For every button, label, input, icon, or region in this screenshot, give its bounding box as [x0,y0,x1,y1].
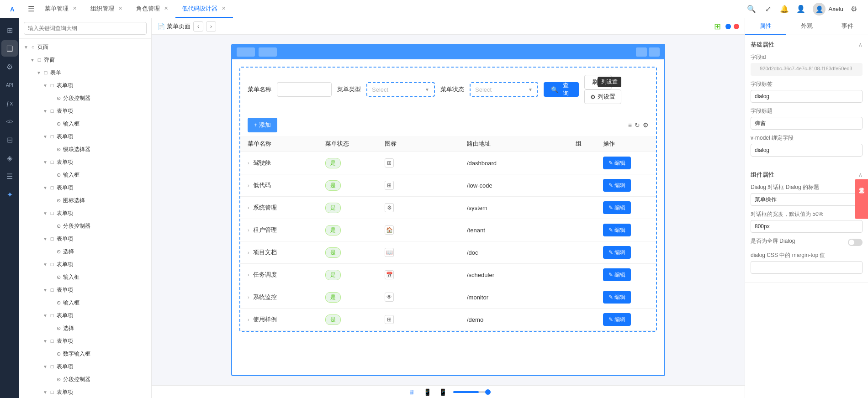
settings-icon[interactable]: ⚙ [851,5,857,13]
row-expand-icon[interactable]: › [248,317,249,322]
edit-button[interactable]: ✎ 编辑 [603,291,631,304]
canvas-nav-next[interactable]: › [206,21,216,31]
menu-name-input[interactable] [277,82,332,97]
row-expand-icon[interactable]: › [248,160,249,166]
search-icon[interactable]: 🔍 [747,5,756,14]
section-collapse-icon[interactable]: ∧ [858,42,863,48]
tree-node-formitem-9[interactable]: ▼ □ 表单项 ⋯ [19,283,151,296]
tree-node-form[interactable]: ▼ □ 表单 ⋯ [19,66,151,79]
sidebar-code-icon[interactable]: </> [1,113,18,130]
sidebar-data-icon[interactable]: ⊟ [1,131,18,148]
tablet-view-btn[interactable]: 📱 [422,387,432,397]
feedback-button[interactable]: 意见反馈 [855,179,868,219]
tree-node-formitem-11[interactable]: ▼ □ 表单项 ⋯ [19,335,151,347]
tree-node-number-input[interactable]: ⊙ 数字输入框 ⋯ [19,347,151,360]
notification-icon[interactable]: 🔔 [780,5,789,14]
tree-node-select-2[interactable]: ⊙ 选择 ⋯ [19,322,151,335]
tree-node-formitem-10[interactable]: ▼ □ 表单项 ⋯ [19,309,151,322]
tree-node-formitem-4[interactable]: ▼ □ 表单项 ⋯ [19,156,151,168]
tree-node-formitem-8[interactable]: ▼ □ 表单项 ⋯ [19,258,151,271]
add-button[interactable]: + 添加 [248,118,277,132]
tree-node-input-2[interactable]: ⊙ 输入框 ⋯ [19,168,151,181]
edit-button[interactable]: ✎ 编辑 [603,313,631,326]
tree-node-cascade[interactable]: ⊙ 级联选择器 ⋯ [19,143,151,156]
tree-node-input-1[interactable]: ⊙ 输入框 ⋯ [19,117,151,130]
tree-node-formitem-1[interactable]: ▼ □ 表单项 ⋯ [19,79,151,92]
tree-node-segment-3[interactable]: ⊙ 分段控制器 ⋯ [19,373,151,386]
tab-appearance[interactable]: 外观 [786,18,827,35]
user-settings-icon[interactable]: 👤 [796,5,805,14]
sidebar-ai-icon[interactable]: ✦ [1,186,18,203]
sidebar-component-icon[interactable]: ❑ [1,40,18,57]
field-label-input[interactable] [751,90,863,103]
table-refresh-icon[interactable]: ↻ [635,121,640,129]
section-collapse-icon[interactable]: ∧ [858,172,863,178]
field-title-input[interactable] [751,117,863,130]
menu-type-select[interactable]: Select ▼ [366,82,435,97]
tab-lowcode-designer[interactable]: 低代码设计器 ✕ [175,0,233,18]
sidebar-function-icon[interactable]: ƒx [1,95,18,111]
row-expand-icon[interactable]: › [248,183,249,188]
tab-org-management[interactable]: 组织管理 ✕ [84,0,130,18]
tree-node-formitem-7[interactable]: ▼ □ 表单项 ⋯ [19,232,151,245]
tab-close-role[interactable]: ✕ [163,5,169,12]
tree-node-formitem-6[interactable]: ▼ □ 表单项 ⋯ [19,207,151,220]
list-settings-button[interactable]: ⚙ 列设置 [584,89,621,104]
vmodel-input[interactable] [751,144,863,157]
row-expand-icon[interactable]: › [248,205,249,210]
user-area[interactable]: 👤 Axelu [813,3,843,16]
sidebar-plugin-icon[interactable]: ◈ [1,150,18,166]
tab-close-lowcode[interactable]: ✕ [220,5,227,12]
canvas-close-dot[interactable] [734,24,739,29]
expand-icon[interactable]: ⤢ [763,5,773,14]
dialog-title-input[interactable] [751,193,863,206]
zoom-slider-thumb[interactable] [485,389,491,395]
edit-button[interactable]: ✎ 编辑 [603,246,631,259]
tree-node-formitem-5[interactable]: ▼ □ 表单项 ⋯ [19,181,151,194]
tree-node-input-4[interactable]: ⊙ 输入框 ⋯ [19,296,151,309]
row-expand-icon[interactable]: › [248,227,249,233]
canvas-nav-prev[interactable]: ‹ [193,21,203,31]
tree-node-icon-select[interactable]: ⊙ 图标选择 ⋯ [19,194,151,207]
menu-status-select[interactable]: Select ▼ [470,82,538,97]
desktop-view-btn[interactable]: 🖥 [407,387,417,397]
edit-button[interactable]: ✎ 编辑 [603,201,631,214]
dialog-width-input[interactable] [751,220,863,233]
tab-close-menu[interactable]: ✕ [71,5,78,12]
row-expand-icon[interactable]: › [248,272,249,278]
tab-menu-management[interactable]: 菜单管理 ✕ [38,0,84,18]
tab-close-org[interactable]: ✕ [117,5,123,12]
tree-node-formitem-3[interactable]: ▼ □ 表单项 ⋯ [19,130,151,143]
tree-node-input-3[interactable]: ⊙ 输入框 ⋯ [19,271,151,283]
tree-node-segment-1[interactable]: ⊙ 分段控制器 ⋯ [19,92,151,105]
mobile-view-btn[interactable]: 📱 [438,387,448,397]
sidebar-home-icon[interactable]: ⊞ [1,22,18,38]
table-sort-icon[interactable]: ≡ [628,121,632,129]
tree-node-dialog[interactable]: ▼ □ 弹窗 ⋯ [19,53,151,66]
tab-events[interactable]: 事件 [827,18,868,35]
tree-node-page[interactable]: ▼ ○ 页面 ⋯ [19,41,151,53]
outline-search-input[interactable] [24,22,147,35]
edit-button[interactable]: ✎ 编辑 [603,157,631,169]
table-columns-icon[interactable]: ⚙ [643,121,649,129]
dialog-fullscreen-toggle[interactable] [848,239,863,246]
edit-button[interactable]: ✎ 编辑 [603,224,631,236]
sidebar-api-icon[interactable]: API [1,77,18,93]
tree-node-segment-2[interactable]: ⊙ 分段控制器 ⋯ [19,220,151,232]
edit-button[interactable]: ✎ 编辑 [603,179,631,192]
dialog-margin-top-input[interactable] [751,261,863,274]
menu-toggle-icon[interactable]: ☰ [24,2,38,16]
search-button[interactable]: 🔍 查询 [544,82,579,97]
row-expand-icon[interactable]: › [248,294,249,300]
sidebar-log-icon[interactable]: ☰ [1,168,18,184]
tree-node-formitem-13[interactable]: ▼ □ 表单项 ⋯ [19,386,151,398]
sidebar-settings-icon[interactable]: ⚙ [1,58,18,75]
canvas-save-icon[interactable]: ⊞ [712,21,723,32]
edit-button[interactable]: ✎ 编辑 [603,268,631,281]
tree-node-formitem-2[interactable]: ▼ □ 表单项 ⋯ [19,105,151,117]
zoom-slider[interactable] [453,391,490,393]
tab-role-management[interactable]: 角色管理 ✕ [130,0,175,18]
canvas-preview-dot[interactable] [725,24,731,29]
tree-node-formitem-12[interactable]: ▼ □ 表单项 ⋯ [19,360,151,373]
tab-properties[interactable]: 属性 [745,18,786,35]
